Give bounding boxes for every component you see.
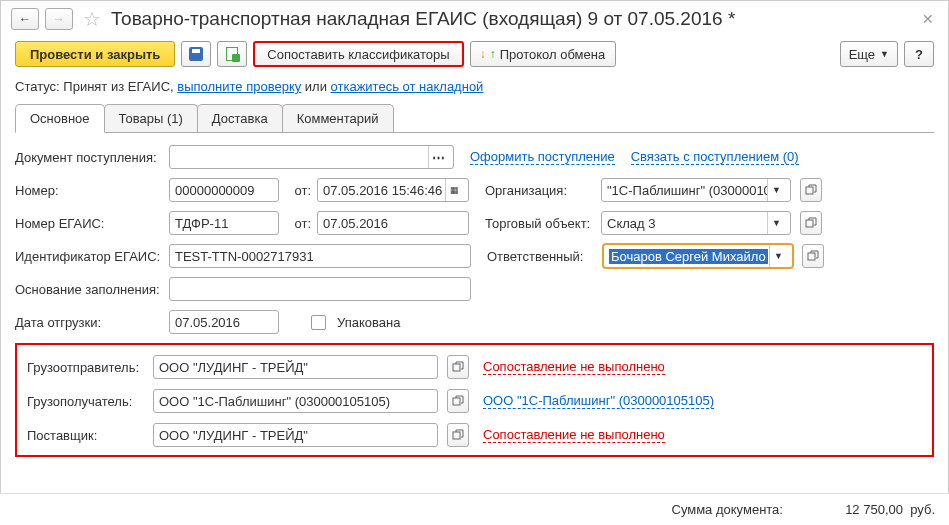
open-icon (452, 361, 464, 373)
from-label-1: от: (285, 183, 311, 198)
lookup-icon[interactable]: ⋯ (428, 146, 448, 168)
ship-date-label: Дата отгрузки: (15, 315, 163, 330)
org-input[interactable]: "1С-Паблишинг" (03000010▼ (601, 178, 791, 202)
svg-rect-2 (808, 253, 815, 260)
svg-rect-0 (806, 187, 813, 194)
org-open-button[interactable] (800, 178, 822, 202)
receipt-doc-label: Документ поступления: (15, 150, 163, 165)
check-link[interactable]: выполните проверку (177, 79, 301, 94)
trade-obj-input[interactable]: Склад 3▼ (601, 211, 791, 235)
number-input[interactable]: 00000000009 (169, 178, 279, 202)
receiver-label: Грузополучатель: (27, 394, 147, 409)
document-icon (226, 47, 238, 61)
sender-open-button[interactable] (447, 355, 469, 379)
window-title: Товарно-транспортная накладная ЕГАИС (вх… (111, 8, 912, 30)
receiver-open-button[interactable] (447, 389, 469, 413)
basis-label: Основание заполнения: (15, 282, 163, 297)
svg-rect-3 (453, 364, 460, 371)
calendar-icon[interactable]: ▦ (445, 179, 463, 201)
egais-num-input[interactable]: ТДФР-11 (169, 211, 279, 235)
trade-obj-open-button[interactable] (800, 211, 822, 235)
from-label-2: от: (285, 216, 311, 231)
responsible-label: Ответственный: (487, 249, 597, 264)
packed-checkbox[interactable] (311, 315, 326, 330)
date-input[interactable]: 07.05.2016 15:46:46▦ (317, 178, 469, 202)
chevron-down-icon: ▼ (880, 49, 889, 59)
save-button[interactable] (181, 41, 211, 67)
post-button[interactable] (217, 41, 247, 67)
favorite-star-icon[interactable]: ☆ (83, 7, 101, 31)
compare-classifiers-button[interactable]: Сопоставить классификаторы (253, 41, 463, 67)
basis-input[interactable] (169, 277, 471, 301)
supplier-label: Поставщик: (27, 428, 147, 443)
egais-id-input[interactable]: TEST-TTN-0002717931 (169, 244, 471, 268)
open-icon (805, 184, 817, 196)
tab-main[interactable]: Основное (15, 104, 105, 133)
supplier-not-matched-link[interactable]: Сопоставление не выполнено (483, 427, 665, 443)
sender-label: Грузоотправитель: (27, 360, 147, 375)
tab-delivery[interactable]: Доставка (197, 104, 283, 132)
tab-comment[interactable]: Комментарий (282, 104, 394, 132)
save-icon (189, 47, 203, 61)
chevron-down-icon[interactable]: ▼ (767, 179, 785, 201)
svg-rect-5 (453, 432, 460, 439)
receiver-input[interactable]: ООО "1С-Паблишинг" (030000105105) (153, 389, 438, 413)
close-button[interactable]: ✕ (918, 11, 938, 27)
open-icon (452, 395, 464, 407)
make-receipt-link[interactable]: Оформить поступление (470, 149, 615, 165)
footer-sum-value: 12 750,00 руб. (813, 502, 935, 517)
svg-rect-4 (453, 398, 460, 405)
responsible-open-button[interactable] (802, 244, 824, 268)
sender-input[interactable]: ООО "ЛУДИНГ - ТРЕЙД" (153, 355, 438, 379)
footer-sum-label: Сумма документа: (672, 502, 783, 517)
number-label: Номер: (15, 183, 163, 198)
svg-rect-1 (806, 220, 813, 227)
nav-forward-button[interactable]: → (45, 8, 73, 30)
org-label: Организация: (485, 183, 595, 198)
trade-obj-label: Торговый объект: (485, 216, 595, 231)
open-icon (805, 217, 817, 229)
help-button[interactable]: ? (904, 41, 934, 67)
ship-date-input[interactable]: 07.05.2016 (169, 310, 279, 334)
receiver-matched-link[interactable]: ООО "1С-Паблишинг" (030000105105) (483, 393, 714, 409)
responsible-input[interactable]: Бочаров Сергей Михайло▼ (603, 244, 793, 268)
post-and-close-button[interactable]: Провести и закрыть (15, 41, 175, 67)
nav-back-button[interactable]: ← (11, 8, 39, 30)
link-receipt-link[interactable]: Связать с поступлением (0) (631, 149, 799, 165)
supplier-input[interactable]: ООО "ЛУДИНГ - ТРЕЙД" (153, 423, 438, 447)
egais-date-input[interactable]: 07.05.2016 (317, 211, 469, 235)
more-button[interactable]: Еще ▼ (840, 41, 898, 67)
exchange-protocol-button[interactable]: Протокол обмена (470, 41, 617, 67)
counterparties-section: Грузоотправитель: ООО "ЛУДИНГ - ТРЕЙД" С… (15, 343, 934, 457)
status-line: Статус: Принят из ЕГАИС, выполните прове… (1, 77, 948, 104)
refuse-link[interactable]: откажитесь от накладной (331, 79, 484, 94)
sender-not-matched-link[interactable]: Сопоставление не выполнено (483, 359, 665, 375)
egais-id-label: Идентификатор ЕГАИС: (15, 249, 163, 264)
tab-goods[interactable]: Товары (1) (104, 104, 198, 132)
exchange-icon (481, 47, 495, 61)
open-icon (807, 250, 819, 262)
chevron-down-icon[interactable]: ▼ (769, 245, 787, 267)
egais-num-label: Номер ЕГАИС: (15, 216, 163, 231)
chevron-down-icon[interactable]: ▼ (767, 212, 785, 234)
receipt-doc-input[interactable]: ⋯ (169, 145, 454, 169)
open-icon (452, 429, 464, 441)
packed-label: Упакована (337, 315, 400, 330)
supplier-open-button[interactable] (447, 423, 469, 447)
